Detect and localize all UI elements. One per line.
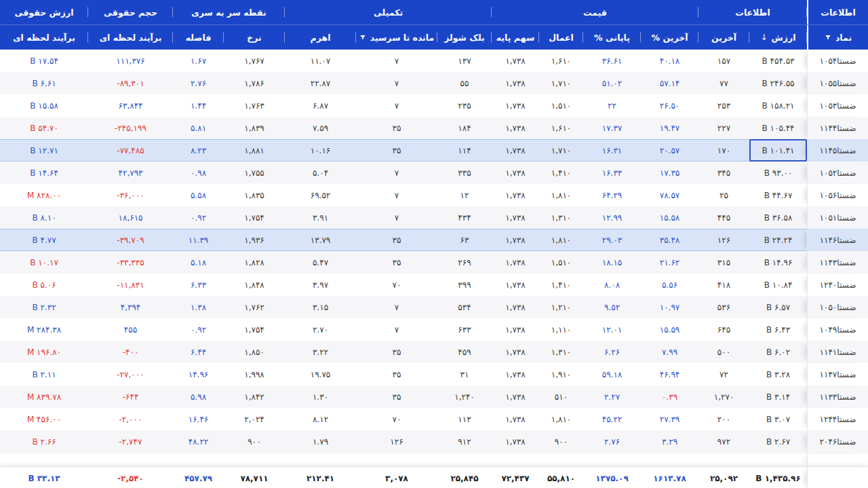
cell-strike[interactable]: ۹۰۰ [539,430,583,453]
col-header-last[interactable]: آخرین [698,25,749,50]
cell-rate[interactable]: ۲,۰۲۴ [224,408,285,430]
cell-leverage[interactable]: ۱.۳۰ [285,386,356,408]
cell-strike[interactable]: ۱,۸۱۰ [539,229,583,251]
cell-base-share[interactable]: ۱,۷۳۸ [492,363,539,386]
col-header-rate[interactable]: نرخ [224,25,285,50]
cell-last[interactable]: ۷۷ [698,72,749,94]
cell-legal-value-net[interactable]: ۱۵.۵۸ B [0,94,88,117]
cell-black-scholes[interactable]: ۲۶۹ [437,251,492,274]
col-header-leverage[interactable]: اهرم [285,25,356,50]
cell-strike[interactable]: ۱,۵۱۰ [539,251,583,274]
cell-value[interactable]: ۴۴.۶۷ B [749,184,807,206]
cell-leverage[interactable]: ۸.۱۲ [285,408,356,430]
cell-rate[interactable]: ۱,۸۳۵ [224,184,285,206]
cell-last[interactable]: ۱۲۶ [698,229,749,251]
cell-symbol[interactable]: ضستا۱۰۴۹ [807,318,868,341]
cell-maturity[interactable]: ۷ [356,184,437,206]
filter-icon[interactable] [825,34,831,41]
table-row[interactable]: ضستا۱۱۴۶۲۴.۲۴ B۱۲۶۳۵.۴۸۲۹.۰۳۱,۸۱۰۱,۷۳۸۶۳… [0,229,868,251]
cell-last[interactable]: ۹۷۲ [698,430,749,453]
cell-symbol[interactable]: ضستا۱۰۵۴ [807,50,868,72]
cell-symbol[interactable]: ضستا۱۱۴۷ [807,363,868,386]
cell-rate[interactable]: ۱,۸۴۲ [224,386,285,408]
summary-value[interactable]: ۱,۴۳۵.۹۶ B [749,467,807,488]
cell-last[interactable]: ۲۲۷ [698,117,749,139]
cell-last-pct[interactable]: ۴۰.۱۸ [641,50,698,72]
cell-symbol[interactable]: ضستا۱۱۳۳ [807,386,868,408]
cell-base-share[interactable]: ۱,۷۳۸ [492,117,539,139]
cell-rate[interactable]: ۱,۷۵۴ [224,206,285,229]
summary-distance[interactable]: ۴۵۷.۷۹ [173,467,224,488]
cell-last-pct[interactable]: ۳.۲۹ [641,430,698,453]
filter-icon[interactable] [359,34,366,41]
cell-last-pct[interactable]: ۱۵.۵۹ [641,318,698,341]
cell-leverage[interactable]: ۵.۴۷ [285,251,356,274]
cell-strike[interactable]: ۱,۴۱۰ [539,274,583,296]
cell-last-pct[interactable]: ۱۰.۹۷ [641,296,698,318]
cell-strike[interactable]: ۱,۴۱۰ [539,162,583,184]
cell-value[interactable]: ۱۵۸.۲۱ B [749,94,807,117]
cell-black-scholes[interactable]: ۱۱۴ [437,139,492,162]
cell-legal-value-net[interactable]: ۴۵۶.۰۰ M [0,408,88,430]
cell-close-pct[interactable]: ۲.۷۶ [583,430,641,453]
table-row[interactable]: ضستا۱۱۴۷۳.۲۸ B۷۲۴۶.۹۴۵۹.۱۸۱,۹۱۰۱,۷۳۸۳۱۳۵… [0,363,868,386]
cell-maturity[interactable]: ۳۵ [356,386,437,408]
cell-last-pct[interactable]: ۵.۵۶ [641,274,698,296]
cell-leverage[interactable]: ۱۳.۷۹ [285,229,356,251]
summary-legal-volume-net[interactable]: -۲,۵۴۰ [88,467,173,488]
cell-maturity[interactable]: ۳۵ [356,341,437,363]
cell-legal-volume-net[interactable]: -۲,۷۴۷ [88,430,173,453]
col-header-legal-volume-net[interactable]: برآیند لحظه ای [88,25,173,50]
summary-close-pct[interactable]: ۱۳۷۵.۰۹ [583,467,641,488]
cell-value[interactable]: ۳.۰۷ B [749,408,807,430]
cell-legal-value-net[interactable]: ۲.۳۲ B [0,296,88,318]
cell-legal-volume-net[interactable]: -۳۳,۳۳۵ [88,251,173,274]
cell-base-share[interactable]: ۱,۷۳۸ [492,139,539,162]
cell-last[interactable]: ۱,۲۷۰ [698,386,749,408]
col-header-symbol[interactable]: نماد [807,25,868,50]
cell-legal-value-net[interactable]: ۶.۶۱ B [0,72,88,94]
cell-close-pct[interactable]: ۹.۵۲ [583,296,641,318]
summary-strike[interactable]: ۵۵,۸۱۰ [539,467,583,488]
cell-value[interactable]: ۶.۴۳ B [749,318,807,341]
cell-close-pct[interactable]: ۱۸.۱۵ [583,251,641,274]
cell-close-pct[interactable]: ۲۹.۰۳ [583,229,641,251]
cell-last-pct[interactable]: ۱۷.۳۵ [641,162,698,184]
cell-base-share[interactable]: ۱,۷۳۸ [492,341,539,363]
cell-close-pct[interactable]: ۵۱.۰۲ [583,72,641,94]
cell-distance[interactable]: ۰.۹۸ [173,162,224,184]
table-row[interactable]: ضستا۱۲۴۴۳.۰۷ B۲۰۰۲۷.۳۹۴۵.۲۲۱,۸۱۰۱,۷۳۸۱۱۳… [0,408,868,430]
cell-value[interactable]: ۱۰۵.۴۴ B [749,117,807,139]
table-row[interactable]: ضستا۱۰۴۹۶.۴۳ B۶۴۵۱۵.۵۹۱۲.۰۱۱,۱۱۰۱,۷۳۸۶۳۳… [0,318,868,341]
cell-distance[interactable]: ۲.۷۶ [173,72,224,94]
cell-value[interactable]: ۳.۲۸ B [749,363,807,386]
cell-symbol[interactable]: ضستا۱۰۵۶ [807,184,868,206]
cell-close-pct[interactable]: ۸.۰۸ [583,274,641,296]
cell-black-scholes[interactable]: ۳۹۹ [437,274,492,296]
cell-base-share[interactable]: ۱,۷۳۸ [492,50,539,72]
cell-legal-value-net[interactable]: ۴.۷۷ B [0,229,88,251]
cell-last[interactable]: ۳۴۵ [698,162,749,184]
col-header-distance[interactable]: فاصله [173,25,224,50]
cell-value[interactable]: ۲.۶۷ B [749,430,807,453]
cell-strike[interactable]: ۱,۳۱۰ [539,206,583,229]
cell-value[interactable]: ۲۴۶.۵۵ B [749,72,807,94]
cell-rate[interactable]: ۱,۸۵۰ [224,341,285,363]
cell-rate[interactable]: ۱,۷۵۴ [224,318,285,341]
cell-strike[interactable]: ۱,۸۱۰ [539,408,583,430]
table-row[interactable]: ضستا۱۰۵۶۴۴.۶۷ B۲۵۷۸.۵۷۶۴.۲۹۱,۸۱۰۱,۷۳۸۱۲۷… [0,184,868,206]
cell-black-scholes[interactable]: ۱۱۳ [437,408,492,430]
cell-last[interactable]: ۵۳۶ [698,296,749,318]
cell-close-pct[interactable]: ۵۹.۱۸ [583,363,641,386]
cell-strike[interactable]: ۱,۹۱۰ [539,363,583,386]
cell-base-share[interactable]: ۱,۷۳۸ [492,251,539,274]
cell-rate[interactable]: ۱,۹۹۸ [224,363,285,386]
cell-distance[interactable]: ۱.۴۴ [173,94,224,117]
cell-maturity[interactable]: ۳۵ [356,229,437,251]
col-header-black-scholes[interactable]: بلک شولز [437,25,492,50]
col-header-base-share[interactable]: سهم پایه [492,25,539,50]
cell-value[interactable]: ۱۰.۸۴ B [749,274,807,296]
cell-strike[interactable]: ۱,۷۱۰ [539,72,583,94]
cell-leverage[interactable]: ۵.۰۴ [285,162,356,184]
cell-black-scholes[interactable]: ۴۵۹ [437,341,492,363]
